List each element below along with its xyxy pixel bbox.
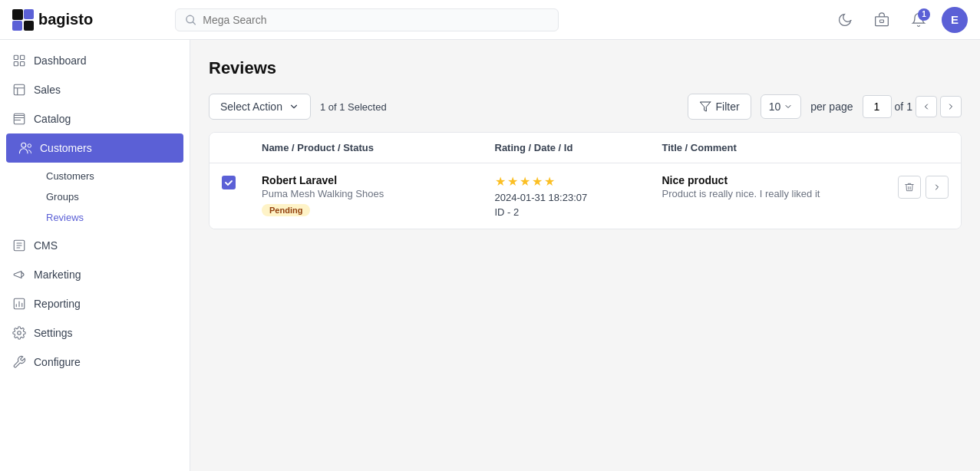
sidebar-item-customers-label: Customers	[40, 142, 92, 154]
next-page-button[interactable]	[940, 96, 962, 117]
reviews-table: Name / Product / Status Rating / Date / …	[209, 132, 962, 229]
star-rating: ★ ★ ★ ★ ★	[495, 174, 656, 189]
page-title: Reviews	[209, 58, 962, 78]
sidebar-item-customers-sub[interactable]: Customers	[34, 166, 190, 186]
sidebar-item-sales-label: Sales	[34, 84, 61, 96]
toolbar: Select Action 1 of 1 Selected Filter 10	[209, 94, 962, 120]
star-4: ★	[532, 174, 543, 189]
select-action-label: Select Action	[220, 100, 282, 113]
filter-label: Filter	[716, 100, 740, 113]
selected-count-label: 1 of 1 Selected	[320, 101, 387, 113]
row-actions	[895, 174, 949, 199]
sidebar-item-settings[interactable]: Settings	[0, 318, 190, 347]
svg-rect-7	[14, 55, 18, 59]
sidebar-item-reporting[interactable]: Reporting	[0, 289, 190, 318]
search-input[interactable]	[203, 14, 549, 26]
row-checkbox-col[interactable]	[222, 174, 256, 189]
sidebar-item-marketing-label: Marketing	[34, 268, 81, 281]
svg-point-14	[28, 144, 31, 148]
search-icon	[185, 14, 196, 26]
sidebar: Dashboard Sales Catalog	[0, 40, 190, 471]
svg-point-13	[21, 143, 26, 147]
sidebar-item-catalog[interactable]: Catalog	[0, 104, 190, 133]
per-page-chevron-icon	[784, 102, 793, 111]
chevron-left-icon	[922, 102, 931, 111]
moon-icon	[837, 12, 853, 28]
search-container	[175, 8, 559, 31]
sidebar-item-settings-label: Settings	[34, 327, 73, 339]
sidebar-item-cms[interactable]: CMS	[0, 231, 190, 260]
chevron-right-row-icon	[932, 183, 942, 192]
th-name-product-status: Name / Product / Status	[262, 142, 489, 153]
sidebar-item-sales[interactable]: Sales	[0, 75, 190, 104]
logo[interactable]: bagisto	[12, 9, 166, 31]
total-pages: 1	[906, 100, 912, 113]
sidebar-item-reviews[interactable]: Reviews	[34, 207, 190, 228]
star-5: ★	[544, 174, 555, 189]
filter-icon	[699, 100, 711, 113]
trash-icon	[904, 182, 915, 193]
filter-button[interactable]: Filter	[688, 94, 751, 120]
logo-text: bagisto	[38, 11, 93, 28]
select-action-button[interactable]: Select Action	[209, 94, 311, 120]
review-id: ID - 2	[495, 206, 656, 218]
review-date: 2024-01-31 18:23:07	[495, 192, 656, 203]
sidebar-item-marketing[interactable]: Marketing	[0, 260, 190, 289]
sidebar-item-groups[interactable]: Groups	[34, 186, 190, 207]
star-2: ★	[507, 174, 518, 189]
status-badge: Pending	[262, 204, 310, 216]
svg-rect-5	[876, 16, 889, 25]
sidebar-item-customers[interactable]: Customers	[6, 133, 183, 163]
prev-page-button[interactable]	[916, 96, 937, 117]
svg-rect-3	[24, 21, 34, 31]
configure-icon	[12, 355, 26, 369]
checkbox-check-icon	[224, 178, 233, 187]
dashboard-icon	[12, 54, 26, 68]
customer-name: Robert Laravel	[262, 174, 489, 186]
table-header: Name / Product / Status Rating / Date / …	[210, 133, 961, 163]
svg-rect-1	[24, 9, 34, 19]
svg-rect-10	[21, 62, 25, 66]
notification-button[interactable]: 1	[905, 6, 932, 34]
sidebar-item-reporting-label: Reporting	[34, 298, 81, 310]
logo-icon	[12, 9, 34, 31]
svg-rect-8	[21, 55, 25, 59]
svg-rect-11	[14, 84, 25, 95]
main-content: Reviews Select Action 1 of 1 Selected Fi…	[190, 40, 980, 471]
sidebar-nav: Dashboard Sales Catalog	[0, 40, 190, 383]
catalog-icon	[12, 112, 26, 126]
sidebar-item-cms-label: CMS	[34, 239, 58, 252]
review-comment: Product is really nice. I really liked i…	[662, 188, 889, 199]
page-number-input[interactable]	[863, 95, 892, 118]
cms-icon	[12, 239, 26, 252]
avatar[interactable]: E	[942, 7, 968, 33]
pagination: of 1	[863, 95, 962, 118]
product-name: Puma Mesh Walking Shoes	[262, 188, 489, 199]
settings-icon	[12, 326, 26, 340]
store-icon	[874, 12, 889, 28]
sidebar-sub-nav: Customers Groups Reviews	[0, 166, 190, 228]
sidebar-item-catalog-label: Catalog	[34, 113, 71, 125]
delete-button[interactable]	[898, 176, 921, 199]
expand-button[interactable]	[926, 176, 949, 199]
per-page-label: per page	[810, 100, 853, 113]
svg-rect-2	[12, 21, 22, 31]
marketing-icon	[12, 268, 26, 282]
moon-icon-button[interactable]	[831, 6, 859, 34]
row-rating-col: ★ ★ ★ ★ ★ 2024-01-31 18:23:07 ID - 2	[495, 174, 656, 218]
store-icon-button[interactable]	[868, 6, 896, 34]
table-row: Robert Laravel Puma Mesh Walking Shoes P…	[210, 163, 961, 229]
sidebar-item-configure[interactable]: Configure	[0, 347, 190, 377]
sidebar-item-dashboard-label: Dashboard	[34, 54, 87, 67]
svg-point-17	[18, 331, 21, 335]
sidebar-item-dashboard[interactable]: Dashboard	[0, 46, 190, 75]
th-rating-date-id: Rating / Date / Id	[495, 142, 656, 153]
svg-rect-9	[14, 62, 18, 66]
star-3: ★	[520, 174, 530, 189]
row-checkbox[interactable]	[222, 176, 236, 189]
per-page-value: 10	[769, 100, 781, 113]
per-page-select[interactable]: 10	[761, 94, 802, 119]
svg-rect-0	[12, 9, 23, 20]
review-title: Nice product	[662, 174, 889, 186]
sidebar-item-configure-label: Configure	[34, 356, 81, 368]
